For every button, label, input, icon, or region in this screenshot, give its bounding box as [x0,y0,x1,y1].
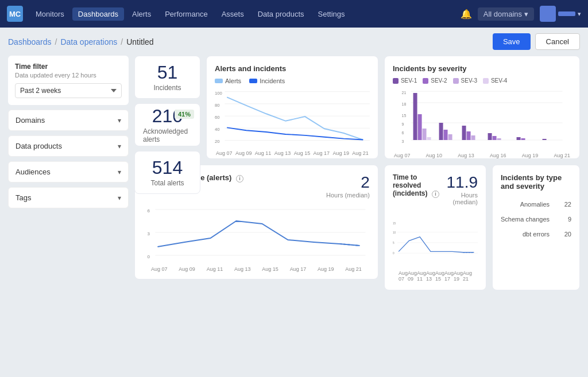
svg-text:5: 5 [393,242,394,244]
anomalies-bar: Anomalies 22 [501,200,571,209]
svg-rect-22 [422,129,426,140]
sev4-legend: SEV-4 [483,77,507,84]
ttr-x-labels: Aug 07 Aug 09 Aug 11 Aug 13 Aug 15 Aug 1… [143,266,370,272]
nav-item-monitors[interactable]: Monitors [30,7,70,21]
incidents-legend-item: Incidents [249,77,285,84]
svg-rect-33 [516,137,520,140]
type-bars: Anomalies 22 Schema changes [501,200,571,239]
save-button[interactable]: Save [493,33,531,50]
data-products-filter-label: Data products [16,142,62,150]
user-menu[interactable]: ▾ [540,6,581,22]
sev1-color [393,78,399,84]
svg-rect-25 [443,130,447,140]
total-alerts-label: Total alerts [150,179,184,187]
breadcrumb: Dashboards / Data operations / Untitled [8,37,154,46]
audiences-filter[interactable]: Audiences ▾ [8,161,129,182]
nav-item-settings[interactable]: Settings [312,7,351,21]
domains-selector[interactable]: All domains ▾ [478,7,534,21]
svg-rect-21 [417,114,421,140]
time-filter-subtitle: Data updated every 12 hours [15,72,122,79]
svg-rect-23 [427,137,431,140]
svg-text:15: 15 [393,222,396,225]
acknowledged-label: Acknowledged alerts [143,127,192,143]
total-alerts-value: 514 [152,158,183,178]
cancel-button[interactable]: Cancel [535,33,580,50]
tts-chart-svg: 15 10 5 0 [393,208,478,268]
sev2-label: SEV-2 [431,77,447,84]
chevron-down-icon: ▾ [524,10,528,18]
top-bar: Dashboards / Data operations / Untitled … [8,33,580,50]
nav-right: 🔔 All domains ▾ ▾ [461,6,581,22]
sidebar: Time filter Data updated every 12 hours … [8,56,129,366]
sev2-color [423,78,428,84]
severity-title: Incidents by severity [393,64,571,73]
tts-info-icon[interactable]: i [432,191,439,198]
breadcrumb-sep1: / [55,37,57,46]
sev3-label: SEV-3 [461,77,477,84]
time-filter-box: Time filter Data updated every 12 hours … [8,56,129,105]
svg-text:80: 80 [215,103,220,108]
dashboard-grid: 51 Incidents 41% 210 Acknowledged alerts… [134,56,580,366]
incidents-legend-color [249,79,257,83]
svg-rect-30 [488,133,492,140]
dbt-count: 20 [559,231,571,238]
ttr-info-icon[interactable]: i [236,175,243,182]
bell-icon[interactable]: 🔔 [461,9,472,20]
time-filter-title: Time filter [15,63,122,71]
nav-item-dashboards[interactable]: Dashboards [72,7,124,21]
acknowledged-stat: 41% 210 Acknowledged alerts [134,103,200,146]
ttr-metric: 2 Hours (median) [326,173,370,199]
domains-filter-label: Domains [16,116,45,125]
anomalies-label: Anomalies [501,201,550,208]
alerts-legend-color [215,79,223,83]
top-actions: Save Cancel [493,33,580,50]
data-products-chevron-icon: ▾ [118,142,121,150]
alerts-legend: Alerts Incidents [215,77,370,84]
domains-filter[interactable]: Domains ▾ [8,110,129,131]
svg-text:0: 0 [147,254,150,259]
x-label-5: Aug 15 [294,150,311,156]
nav-item-performance[interactable]: Performance [159,7,213,21]
alerts-legend-label: Alerts [225,77,241,84]
schema-count: 9 [559,216,571,223]
nav-item-alerts[interactable]: Alerts [126,7,157,21]
avatar [540,6,556,22]
severity-chart-svg: 21 18 15 9 6 3 [393,88,571,150]
nav-item-data-products[interactable]: Data products [252,7,310,21]
tags-filter-label: Tags [16,193,31,202]
alerts-chart-svg: 100 80 60 40 20 [215,88,370,148]
svg-text:60: 60 [215,115,220,120]
tts-title: Time to resolved (incidents) i [393,173,447,198]
sev1-legend: SEV-1 [393,77,417,84]
incidents-legend-label: Incidents [260,77,285,84]
time-filter-select[interactable]: Past 2 weeks Past month Past 3 months [15,83,122,98]
svg-rect-35 [542,139,546,140]
svg-rect-26 [448,134,452,140]
svg-text:9: 9 [401,122,404,126]
x-label-7: Aug 19 [332,150,349,156]
tags-filter[interactable]: Tags ▾ [8,187,129,208]
sev2-legend: SEV-2 [423,77,447,84]
tts-unit: Hours (median) [447,192,478,205]
breadcrumb-dashboards[interactable]: Dashboards [8,37,52,46]
ttr-value: 2 [361,173,370,191]
x-label-8: Aug 21 [352,150,369,156]
svg-text:100: 100 [215,91,222,96]
sev3-legend: SEV-3 [453,77,477,84]
navbar: MC Monitors Dashboards Alerts Performanc… [0,0,588,28]
svg-text:6: 6 [401,131,404,135]
data-products-filter[interactable]: Data products ▾ [8,135,129,157]
sev3-color [453,78,459,84]
breadcrumb-data-operations[interactable]: Data operations [60,37,117,46]
svg-rect-31 [492,136,496,140]
nav-item-assets[interactable]: Assets [216,7,250,21]
x-label-1: Aug 07 [216,150,233,156]
sev4-label: SEV-4 [491,77,507,84]
bottom-right: Time to resolved (incidents) i 11.9 Hour… [384,165,580,279]
alerts-legend-item: Alerts [215,77,241,84]
svg-rect-24 [439,123,443,140]
svg-rect-27 [462,126,466,140]
svg-rect-28 [466,131,470,140]
dbt-label: dbt errors [501,231,550,238]
tts-card: Time to resolved (incidents) i 11.9 Hour… [384,165,486,290]
